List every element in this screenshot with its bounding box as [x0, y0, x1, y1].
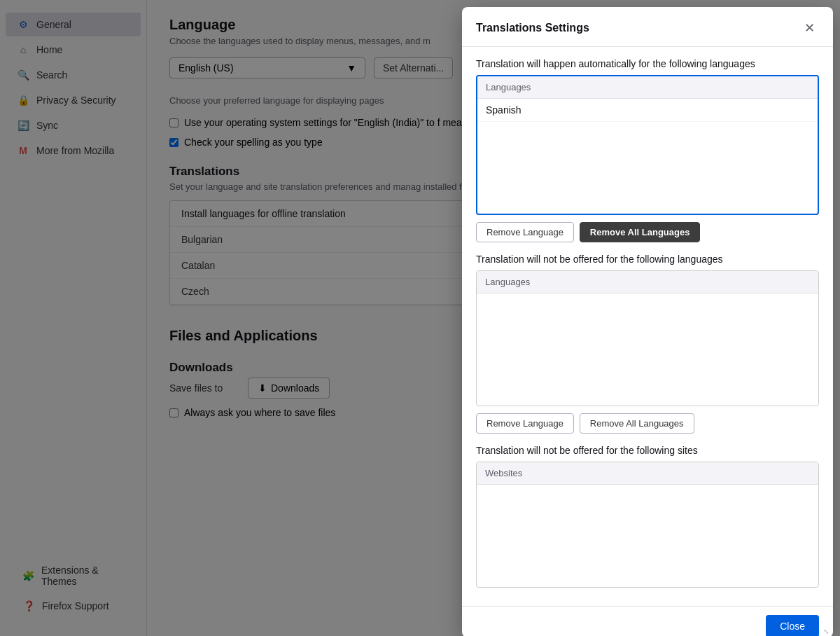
websites-list: Websites: [476, 462, 819, 588]
auto-translate-section: Translation will happen automatically fo…: [476, 58, 819, 242]
websites-list-empty: [477, 485, 818, 541]
remove-language-btn-1[interactable]: Remove Language: [476, 222, 574, 242]
not-offered-list-empty: [477, 293, 818, 406]
translations-settings-dialog: Translations Settings ✕ Translation will…: [462, 7, 833, 636]
auto-translate-label: Translation will happen automatically fo…: [476, 58, 819, 69]
not-offered-languages-section: Translation will not be offered for the …: [476, 254, 819, 434]
websites-list-header: Websites: [477, 462, 818, 485]
not-offered-label: Translation will not be offered for the …: [476, 254, 819, 265]
remove-all-btn-1[interactable]: Remove All Languages: [580, 222, 701, 242]
modal-body: Translation will happen automatically fo…: [462, 47, 833, 606]
modal-title: Translations Settings: [476, 22, 589, 34]
modal-header: Translations Settings ✕: [462, 7, 833, 47]
auto-translate-list-header: Languages: [477, 76, 818, 99]
not-offered-sites-label: Translation will not be offered for the …: [476, 445, 819, 456]
modal-backdrop: Translations Settings ✕ Translation will…: [0, 0, 840, 636]
not-offered-list: Languages: [476, 270, 819, 406]
auto-translate-list: Languages Spanish: [476, 75, 819, 215]
not-offered-sites-section: Translation will not be offered for the …: [476, 445, 819, 588]
spanish-item[interactable]: Spanish: [477, 99, 818, 122]
close-dialog-button[interactable]: Close: [766, 615, 819, 636]
close-icon: ✕: [804, 20, 815, 36]
modal-close-button[interactable]: ✕: [799, 18, 819, 38]
not-offered-list-header: Languages: [477, 271, 818, 293]
remove-all-btn-2[interactable]: Remove All Languages: [580, 413, 694, 434]
not-offered-btn-row: Remove Language Remove All Languages: [476, 413, 819, 434]
auto-translate-btn-row: Remove Language Remove All Languages: [476, 222, 819, 242]
remove-language-btn-2[interactable]: Remove Language: [476, 413, 574, 434]
modal-footer: Close: [462, 606, 833, 636]
resize-handle[interactable]: ⤡: [823, 628, 830, 635]
